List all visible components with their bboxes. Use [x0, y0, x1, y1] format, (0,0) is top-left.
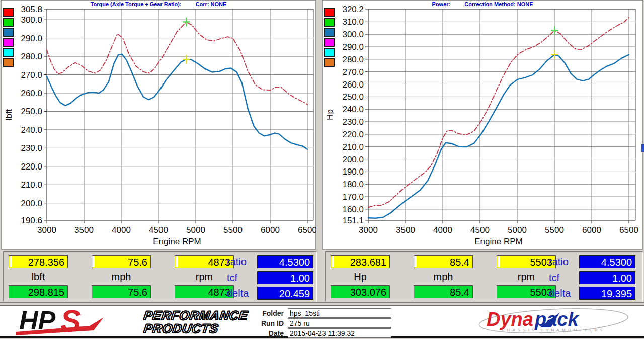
y-tick-label: 250.0 [21, 107, 42, 116]
torque-peak-value-box: 298.815 [9, 285, 68, 298]
corrected-power-peak-marker [551, 26, 558, 35]
y-tick-label: 260.0 [21, 89, 42, 98]
power-chart[interactable]: 30003500400045005000550060006500320.2310… [323, 1, 643, 250]
y-axis-title: Hp [325, 109, 335, 120]
power-peak-value-box: 303.076 [331, 285, 390, 298]
x-tick-label: 4000 [112, 225, 131, 235]
torque-chart-panel: Torque (Axle Torque ÷ Gear Ratio):Corr: … [1, 0, 316, 250]
dyno-app-window: Torque (Axle Torque ÷ Gear Ratio):Corr: … [0, 0, 644, 339]
folder-input[interactable] [288, 308, 391, 318]
performance-products-tagline: PERFORMANCE PRODUCTS [144, 309, 248, 335]
tcf-label: tcf [549, 272, 559, 284]
ratio-value-box: 4.5300 [579, 255, 635, 268]
y-tick-label: 200.0 [21, 199, 42, 208]
power-peak-mph-box: 85.4 [414, 285, 473, 298]
rpm-unit-label: rpm [175, 271, 234, 282]
x-axis-title: Engine RPM [153, 237, 201, 246]
mph-unit-label: mph [414, 271, 473, 282]
ratio-value: 4.5300 [279, 257, 310, 268]
y-tick-label: 220.0 [21, 162, 42, 172]
delta-value-box: 20.459 [257, 287, 313, 300]
torque-cursor-rpm-box: 4873 [175, 255, 234, 268]
dynapack-logo: Dyna pack CHASSIS DYNAMOMETERS [475, 307, 631, 335]
power-readout-panel: 283.681 85.4 5503 Hp mph rpm 303.076 85.… [325, 251, 643, 301]
ratio-label: ratio [227, 256, 247, 268]
x-tick-label: 5000 [508, 225, 527, 235]
torque-peak-mph-box: 75.6 [92, 285, 151, 298]
y-tick-label: 190.0 [342, 167, 364, 177]
runid-label: Run ID [248, 319, 284, 327]
right-edge-blue-marker[interactable] [641, 144, 644, 152]
x-tick-label: 6000 [261, 225, 280, 235]
torque-cursor-value: 278.356 [28, 257, 64, 268]
delta-value: 19.395 [601, 288, 632, 299]
power-cursor-value: 283.681 [350, 257, 386, 268]
y-tick-label: 210.0 [342, 142, 364, 152]
y-tick-label: 170.0 [342, 192, 364, 202]
x-tick-label: 5500 [545, 225, 564, 235]
torque-chart[interactable]: 30003500400045005000550060006500305.8300… [2, 1, 316, 250]
y-tick-label: 305.8 [21, 5, 42, 14]
y-tick-label: 240.0 [21, 125, 42, 135]
torque-readout-panel: 278.356 75.6 4873 lbft mph rpm 298.815 7… [3, 251, 317, 301]
x-tick-label: 6500 [619, 225, 638, 235]
y-tick-label: 310.0 [342, 17, 364, 27]
ratio-label: ratio [549, 256, 569, 268]
y-tick-label: 260.0 [342, 80, 364, 90]
x-tick-label: 5500 [223, 225, 243, 235]
tcf-value: 1.00 [612, 273, 632, 284]
y-tick-label: 250.0 [342, 92, 364, 102]
power-cursor-rpm-box: 5503 [497, 255, 556, 268]
date-field-row: Date [248, 328, 393, 338]
runid-field-row: Run ID [248, 318, 393, 328]
y-tick-label: 270.0 [342, 67, 364, 77]
date-label: Date [248, 329, 284, 337]
date-input[interactable] [288, 328, 391, 338]
y-tick-label: 280.0 [342, 55, 364, 64]
dynapack-text-blue: pack [534, 309, 579, 330]
power-cursor-value-box: 283.681 [331, 255, 390, 268]
hps-logo: HP S [14, 307, 140, 336]
power-cursor-mph-box: 85.4 [414, 255, 473, 268]
y-tick-label: 230.0 [342, 117, 364, 127]
x-tick-label: 5000 [186, 225, 205, 235]
x-tick-label: 4500 [149, 225, 168, 235]
y-tick-label: 280.0 [21, 52, 42, 61]
power-cursor-mph: 85.4 [450, 257, 469, 268]
runid-input[interactable] [288, 318, 391, 328]
power-peak-rpm-box: 5503 [497, 285, 556, 298]
x-tick-label: 3500 [74, 225, 94, 235]
y-axis-title: lbft [4, 109, 14, 120]
y-tick-label: 270.0 [21, 70, 42, 80]
footer-bar: HP S PERFORMANCE PRODUCTS Folder Run ID … [0, 305, 644, 338]
measured-power-curve [368, 55, 629, 218]
y-tick-label: 300.0 [342, 30, 364, 39]
x-tick-label: 3000 [359, 225, 378, 235]
y-tick-label: 200.0 [342, 155, 364, 164]
corrected-power-curve [368, 18, 629, 208]
y-tick-label: 240.0 [342, 105, 364, 114]
x-tick-label: 4000 [433, 225, 452, 235]
gridlines [44, 9, 313, 223]
rpm-unit-label: rpm [497, 271, 556, 282]
power-peak-value: 303.076 [350, 287, 386, 298]
tagline-line1: PERFORMANCE [143, 309, 249, 322]
y-tick-label: 160.0 [342, 205, 364, 214]
x-axis-title: Engine RPM [474, 237, 522, 246]
plot-border [47, 9, 313, 220]
y-tick-label: 290.0 [342, 42, 364, 52]
measured-power-peak-marker [551, 50, 558, 59]
torque-cursor-mph: 75.6 [128, 257, 147, 268]
y-tick-label: 320.2 [342, 5, 364, 14]
torque-peak-rpm-box: 4873 [175, 285, 234, 298]
ratio-value-box: 4.5300 [257, 255, 313, 268]
hps-s-text: S [60, 307, 81, 336]
y-tick-label: 151.1 [342, 216, 364, 225]
x-tick-label: 4500 [470, 225, 490, 235]
measured-torque-curve [47, 54, 307, 149]
tcf-label: tcf [227, 272, 237, 284]
torque-peak-mph: 75.6 [128, 287, 147, 298]
torque-unit-label: lbft [9, 271, 68, 282]
torque-cursor-value-box: 278.356 [9, 255, 68, 268]
y-tick-label: 220.0 [342, 130, 364, 139]
